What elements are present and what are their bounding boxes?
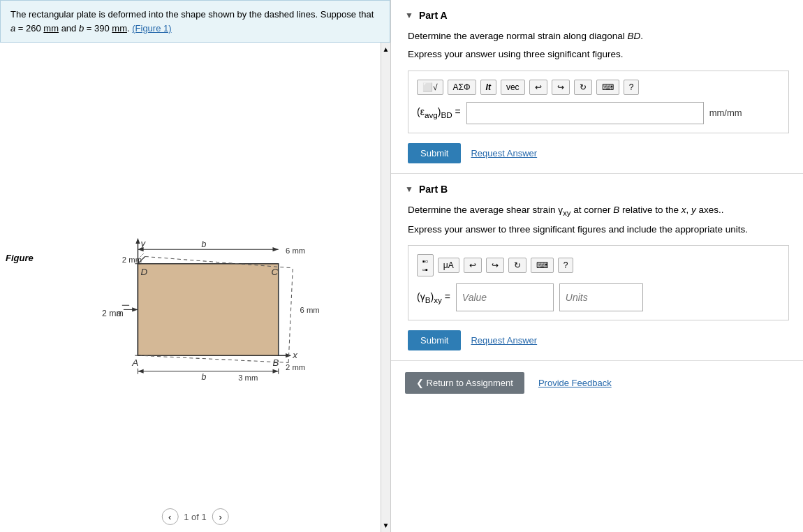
problem-vars: a = 260 mm and b = 390 mm. (Figure 1): [10, 23, 172, 34]
part-a-question: Determine the average normal strain alon…: [408, 29, 789, 43]
figure-navigation: ‹ 1 of 1 ›: [161, 508, 229, 525]
svg-text:A: A: [131, 357, 138, 367]
part-b-action-row: Submit Request Answer: [408, 330, 789, 350]
part-a-answer-input[interactable]: [466, 102, 704, 124]
part-a-body: Determine the average normal strain alon…: [405, 29, 789, 163]
part-b-request-answer-button[interactable]: Request Answer: [471, 335, 537, 346]
redo-icon-b: ↪: [492, 260, 499, 270]
svg-text:x: x: [292, 350, 298, 360]
grid-icon: ▪▫▫▪: [422, 257, 428, 274]
sqrt-button[interactable]: ⬜√: [417, 80, 443, 95]
undo-icon-b: ↩: [469, 260, 476, 270]
svg-text:3 mm: 3 mm: [238, 374, 258, 382]
part-a-label: Part A: [419, 10, 448, 21]
keyboard-icon: ⌨: [602, 82, 614, 92]
part-a-header[interactable]: ▼ Part A: [405, 10, 789, 21]
svg-text:b: b: [201, 239, 206, 249]
mu-a-button[interactable]: μA: [438, 258, 459, 273]
svg-line-7: [138, 355, 288, 362]
figure-diagram: y x b 2 m: [73, 207, 339, 389]
math-icon: ΑΣΦ: [453, 82, 471, 92]
part-b-value-input[interactable]: [456, 283, 554, 311]
part-a-submit-button[interactable]: Submit: [408, 143, 461, 163]
scroll-down-arrow[interactable]: ▼: [383, 522, 390, 529]
part-b-units-input[interactable]: [559, 283, 643, 311]
refresh-button-a[interactable]: ↻: [574, 80, 592, 95]
problem-text-box: The rectangular plate is deformed into t…: [0, 0, 390, 43]
part-b-header[interactable]: ▼ Part B: [405, 184, 789, 195]
part-b-toolbar: ▪▫▫▪ μA ↩ ↪ ↻ ⌨: [417, 254, 780, 276]
svg-text:D: D: [140, 267, 147, 277]
figure-link[interactable]: (Figure 1): [132, 23, 171, 34]
sqrt-icon: ⬜√: [422, 82, 438, 92]
part-a-toolbar: ⬜√ ΑΣΦ It vec ↩ ↪: [417, 80, 780, 95]
right-panel: ▼ Part A Determine the average normal st…: [391, 0, 803, 532]
help-icon-b: ?: [563, 260, 568, 270]
help-button-b[interactable]: ?: [558, 258, 574, 273]
svg-text:a: a: [116, 307, 121, 318]
grid-button[interactable]: ▪▫▫▪: [417, 254, 434, 276]
redo-button-b[interactable]: ↪: [486, 258, 504, 273]
refresh-icon: ↻: [580, 82, 587, 92]
left-panel-scrollbar[interactable]: ▲ ▼: [381, 43, 390, 532]
left-panel: The rectangular plate is deformed into t…: [0, 0, 391, 532]
svg-text:y: y: [140, 238, 146, 249]
svg-text:b: b: [201, 372, 206, 382]
svg-marker-32: [138, 369, 143, 373]
svg-marker-13: [272, 247, 278, 251]
svg-marker-6: [138, 263, 278, 355]
part-b-chevron-icon: ▼: [405, 184, 413, 194]
redo-button-a[interactable]: ↪: [552, 80, 570, 95]
redo-icon: ↪: [557, 82, 564, 92]
svg-text:C: C: [271, 267, 278, 277]
help-button-a[interactable]: ?: [624, 80, 640, 95]
part-b-body: Determine the average shear strain γxy a…: [405, 203, 789, 351]
refresh-icon-b: ↻: [514, 260, 521, 270]
part-b-input-label: (γB)xy =: [417, 291, 450, 304]
part-b-instruction: Express your answer to three significant…: [408, 223, 789, 237]
figure-area: Figure y x: [0, 43, 390, 532]
part-b-answer-box: ▪▫▫▪ μA ↩ ↪ ↻ ⌨: [408, 245, 789, 320]
scroll-up-arrow[interactable]: ▲: [383, 45, 390, 53]
part-a-chevron-icon: ▼: [405, 10, 413, 20]
bottom-actions: ❮ Return to Assignment Provide Feedback: [391, 361, 803, 405]
keyboard-button-b[interactable]: ⌨: [531, 258, 554, 273]
figure-counter: 1 of 1: [184, 512, 207, 522]
svg-text:6 mm: 6 mm: [286, 246, 305, 255]
part-a-action-row: Submit Request Answer: [408, 143, 789, 163]
svg-marker-33: [272, 369, 278, 373]
italic-icon: It: [486, 82, 491, 92]
svg-line-8: [288, 267, 293, 362]
svg-text:2 mm: 2 mm: [121, 255, 141, 263]
keyboard-button-a[interactable]: ⌨: [596, 80, 619, 95]
svg-text:6 mm: 6 mm: [300, 305, 319, 313]
undo-button-b[interactable]: ↩: [464, 258, 482, 273]
vec-button[interactable]: vec: [501, 80, 525, 95]
part-a-input-label: (εavg)BD =: [417, 106, 461, 119]
part-b-submit-button[interactable]: Submit: [408, 330, 461, 350]
part-a-request-answer-button[interactable]: Request Answer: [471, 148, 537, 158]
next-figure-button[interactable]: ›: [212, 508, 229, 525]
math-button[interactable]: ΑΣΦ: [448, 80, 476, 95]
part-a-section: ▼ Part A Determine the average normal st…: [391, 0, 803, 174]
undo-icon: ↩: [535, 82, 542, 92]
problem-statement: The rectangular plate is deformed into t…: [10, 9, 374, 20]
return-to-assignment-button[interactable]: ❮ Return to Assignment: [405, 372, 524, 394]
part-a-answer-box: ⬜√ ΑΣΦ It vec ↩ ↪: [408, 71, 789, 133]
figure-label: Figure: [6, 253, 34, 263]
italic-button[interactable]: It: [480, 80, 496, 95]
help-icon: ?: [629, 82, 634, 92]
prev-figure-button[interactable]: ‹: [161, 508, 178, 525]
part-a-input-row: (εavg)BD = mm/mm: [417, 102, 780, 124]
mu-a-icon: μA: [443, 260, 454, 270]
svg-text:B: B: [272, 357, 279, 367]
refresh-button-b[interactable]: ↻: [508, 258, 526, 273]
keyboard-icon-b: ⌨: [536, 260, 548, 270]
svg-marker-1: [135, 237, 140, 243]
svg-text:2 mm: 2 mm: [286, 362, 305, 371]
part-a-unit: mm/mm: [709, 108, 742, 118]
undo-button-a[interactable]: ↩: [529, 80, 547, 95]
provide-feedback-button[interactable]: Provide Feedback: [538, 378, 612, 388]
svg-marker-20: [132, 307, 138, 311]
part-b-label: Part B: [419, 184, 448, 195]
